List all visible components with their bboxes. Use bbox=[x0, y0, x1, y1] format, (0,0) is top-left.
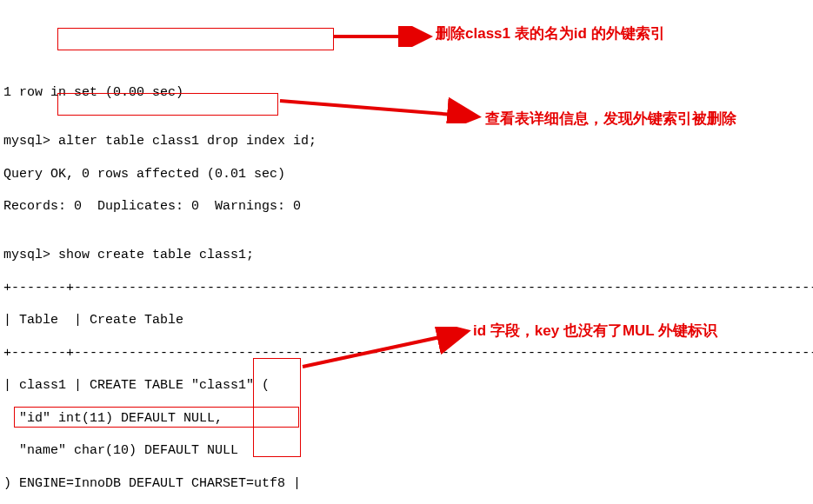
output-line: 1 row in set (0.00 sec) bbox=[3, 85, 810, 102]
sql-command: show create table class1; bbox=[58, 248, 254, 262]
output-line: +-------+-------------------------------… bbox=[3, 346, 810, 362]
annotation-3: id 字段，key 也没有了MUL 外键标识 bbox=[473, 322, 717, 340]
annotation-1: 删除class1 表的名为id 的外键索引 bbox=[436, 24, 665, 43]
terminal-output: 1 row in set (0.00 sec) mysql> alter tab… bbox=[3, 69, 810, 504]
mysql-prompt: mysql> bbox=[3, 134, 58, 149]
output-line: "name" char(10) DEFAULT NULL bbox=[3, 443, 810, 460]
annotation-2: 查看表详细信息，发现外键索引被删除 bbox=[485, 109, 736, 128]
highlight-box-alter-cmd bbox=[57, 28, 334, 50]
cmd-line-alter: mysql> alter table class1 drop index id; bbox=[3, 134, 810, 150]
output-line: ) ENGINE=InnoDB DEFAULT CHARSET=utf8 | bbox=[3, 476, 810, 493]
output-line: Records: 0 Duplicates: 0 Warnings: 0 bbox=[3, 199, 810, 216]
output-line: Query OK, 0 rows affected (0.01 sec) bbox=[3, 167, 810, 183]
output-line: +-------+-------------------------------… bbox=[3, 281, 810, 297]
mysql-prompt: mysql> bbox=[3, 248, 58, 262]
sql-command: alter table class1 drop index id; bbox=[58, 134, 317, 149]
cmd-line-show: mysql> show create table class1; bbox=[3, 248, 810, 264]
arrow-1 bbox=[332, 26, 436, 47]
output-line: | class1 | CREATE TABLE "class1" ( bbox=[3, 378, 810, 395]
output-line: "id" int(11) DEFAULT NULL, bbox=[3, 411, 810, 428]
